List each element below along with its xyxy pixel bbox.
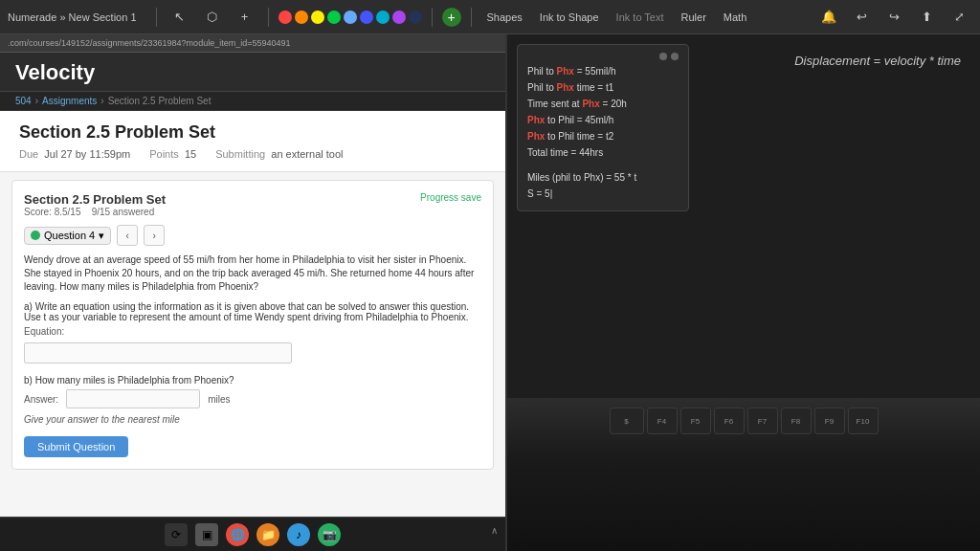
key-dollar[interactable]: $ xyxy=(610,408,644,434)
answer-input[interactable] xyxy=(66,389,200,408)
color-orange[interactable] xyxy=(295,11,308,24)
color-dark[interactable] xyxy=(409,11,422,24)
redo-button[interactable]: ↪ xyxy=(880,4,907,31)
shapes-tool[interactable]: Shapes xyxy=(481,10,528,25)
question-selector[interactable]: Question 4 ▾ xyxy=(24,227,111,245)
question-text: Wendy drove at an average speed of 55 mi… xyxy=(24,253,481,294)
bell-icon[interactable]: 🔔 xyxy=(815,4,842,31)
lasso-tool[interactable]: ⬡ xyxy=(199,4,226,31)
due-label: Due Jul 27 by 11:59pm xyxy=(19,148,130,160)
breadcrumb-sep-1: › xyxy=(35,96,38,106)
problem-info: Section 2.5 Problem Set Score: 8.5/15 9/… xyxy=(24,192,166,217)
breadcrumb: 504 › Assignments › Section 2.5 Problem … xyxy=(0,92,505,111)
notes-line-4: Phx to Phil = 45ml/h xyxy=(527,113,679,128)
taskbar-icon-browser[interactable]: 🌐 xyxy=(226,523,249,546)
key-f6[interactable]: F6 xyxy=(714,408,745,434)
cursor-tool[interactable]: ↖ xyxy=(167,4,193,31)
laptop-body: $ F4 F5 F6 F7 F8 F9 F10 xyxy=(507,398,980,551)
progress-save: Progress save xyxy=(420,192,481,203)
points-label: Points 15 xyxy=(149,148,196,160)
breadcrumb-course[interactable]: 504 xyxy=(15,96,32,106)
due-value: Jul 27 by 11:59pm xyxy=(44,148,130,160)
hint-text: Give your answer to the nearest mile xyxy=(24,414,481,425)
breadcrumb-section[interactable]: Assignments xyxy=(42,96,97,106)
url-bar[interactable]: .com/courses/149152/assignments/23361984… xyxy=(8,38,290,48)
score-value: 8.5/15 xyxy=(55,207,81,217)
color-blue[interactable] xyxy=(360,11,373,24)
assignment-area: Section 2.5 Problem Set Due Jul 27 by 11… xyxy=(0,111,505,551)
taskbar-icon-camera[interactable]: 📷 xyxy=(318,523,341,546)
toolbar: Numerade » New Section 1 ↖ ⬡ + + Shapes … xyxy=(0,0,980,34)
key-f9[interactable]: F9 xyxy=(814,408,845,434)
problem-score: Score: 8.5/15 9/15 answered xyxy=(24,207,166,217)
color-purple[interactable] xyxy=(392,11,406,24)
notes-work: Miles (phil to Phx) = 55 * t S = 5| xyxy=(527,170,679,202)
equation-label: Equation: xyxy=(24,326,481,337)
page-title-area: Velocity xyxy=(0,53,505,92)
notes-work-line-1: Miles (phil to Phx) = 55 * t xyxy=(527,170,679,186)
left-panel: .com/courses/149152/assignments/23361984… xyxy=(0,34,507,551)
toolbar-right: 🔔 ↩ ↪ ⬆ ⤢ xyxy=(815,4,972,31)
answer-row: Answer: miles xyxy=(24,389,481,408)
submit-question-button[interactable]: Submit Question xyxy=(24,436,128,457)
problem-set-title: Section 2.5 Problem Set xyxy=(24,192,166,207)
separator-4 xyxy=(471,8,472,27)
taskbar-icon-music[interactable]: ♪ xyxy=(287,523,310,546)
question-nav: Question 4 ▾ ‹ › xyxy=(24,225,481,246)
ink-to-shape-tool[interactable]: Ink to Shape xyxy=(534,10,605,25)
displacement-formula: Displacement = velocity * time xyxy=(794,54,961,68)
undo-button[interactable]: ↩ xyxy=(848,4,875,31)
problem-section: Section 2.5 Problem Set Score: 8.5/15 9/… xyxy=(11,180,494,470)
notes-work-line-2: S = 5| xyxy=(527,187,679,202)
points-value: 15 xyxy=(185,148,196,160)
problem-header: Section 2.5 Problem Set Score: 8.5/15 9/… xyxy=(24,192,481,217)
assignment-header: Section 2.5 Problem Set Due Jul 27 by 11… xyxy=(0,111,505,172)
part-b-label: b) How many miles is Philadelphia from P… xyxy=(24,375,481,386)
add-button[interactable]: + xyxy=(442,8,461,27)
math-tool[interactable]: Math xyxy=(718,10,752,25)
taskbar-icon-search[interactable]: ⟳ xyxy=(165,523,188,546)
assignment-meta: Due Jul 27 by 11:59pm Points 15 Submitti… xyxy=(19,148,486,160)
prev-question-button[interactable]: ‹ xyxy=(117,225,138,246)
color-teal[interactable] xyxy=(376,11,390,24)
notes-line-3: Time sent at Phx = 20h xyxy=(527,97,679,112)
pen-tool-add[interactable]: + xyxy=(232,4,258,31)
question-status-dot xyxy=(31,231,40,240)
breadcrumb-current: Section 2.5 Problem Set xyxy=(108,96,212,106)
notes-box: Phil to Phx = 55mil/h Phil to Phx time =… xyxy=(517,44,689,211)
browser-bar: .com/courses/149152/assignments/23361984… xyxy=(0,34,505,53)
submitting-value: an external tool xyxy=(271,148,343,160)
separator-3 xyxy=(432,8,433,27)
page-title: Velocity xyxy=(15,60,95,84)
color-yellow[interactable] xyxy=(311,11,324,24)
color-green[interactable] xyxy=(327,11,341,24)
keyboard-row: $ F4 F5 F6 F7 F8 F9 F10 xyxy=(507,398,980,438)
notes-line-6: Total time = 44hrs xyxy=(527,145,679,161)
next-question-button[interactable]: › xyxy=(144,225,165,246)
notes-line-2: Phil to Phx time = t1 xyxy=(527,80,679,96)
answer-label: Answer: xyxy=(24,394,58,405)
share-button[interactable]: ⬆ xyxy=(913,4,940,31)
zoom-button[interactable]: ⤢ xyxy=(946,4,972,31)
taskbar-icon-folder[interactable]: 📁 xyxy=(256,523,279,546)
question-label: Question 4 xyxy=(44,230,95,241)
key-f5[interactable]: F5 xyxy=(680,408,711,434)
part-a-label: a) Write an equation using the informati… xyxy=(24,301,481,322)
equation-input[interactable] xyxy=(24,342,292,364)
main-area: .com/courses/149152/assignments/23361984… xyxy=(0,34,980,551)
separator-2 xyxy=(268,8,269,27)
notes-minimize[interactable] xyxy=(659,53,667,60)
taskbar-icon-files[interactable]: ▣ xyxy=(195,523,218,546)
ruler-tool[interactable]: Ruler xyxy=(676,10,712,25)
unit-label: miles xyxy=(208,394,230,405)
window-title: Numerade » New Section 1 xyxy=(8,11,137,23)
ink-to-text-tool[interactable]: Ink to Text xyxy=(611,10,670,25)
key-f8[interactable]: F8 xyxy=(781,408,812,434)
notes-close[interactable] xyxy=(671,53,679,60)
taskbar-chevron[interactable]: ∧ xyxy=(491,525,498,536)
key-f7[interactable]: F7 xyxy=(747,408,778,434)
color-blue-light[interactable] xyxy=(344,11,357,24)
color-red[interactable] xyxy=(278,11,292,24)
key-f4[interactable]: F4 xyxy=(647,408,678,434)
key-f10[interactable]: F10 xyxy=(848,408,879,434)
